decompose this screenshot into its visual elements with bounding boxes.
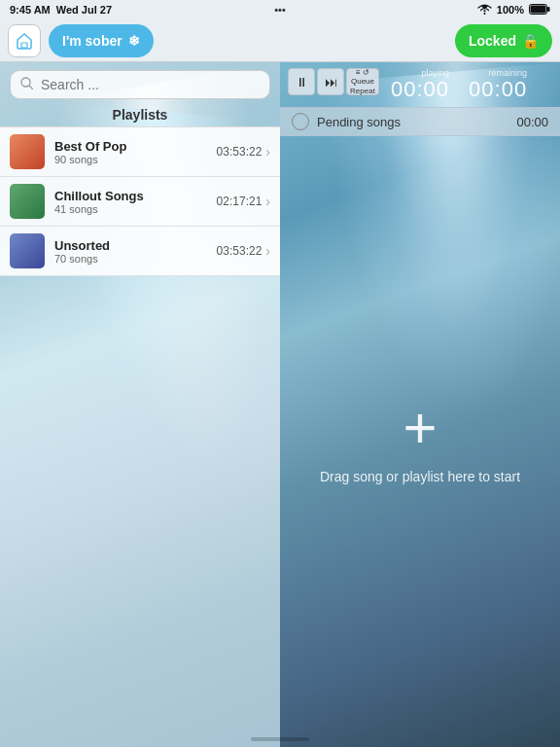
playlist-name-1: Best Of Pop xyxy=(54,139,217,154)
plus-icon: + xyxy=(402,399,437,457)
pending-circle-icon xyxy=(292,113,309,130)
playlist-item[interactable]: Chillout Songs 41 songs 02:17:21 › xyxy=(0,177,280,227)
playlist-duration-3: 03:53:22 xyxy=(217,244,262,258)
snowflake-icon: ❄ xyxy=(128,33,140,49)
playlist-thumb-2 xyxy=(10,184,45,219)
time-display: playing 00:00 remaining 00:00 xyxy=(391,68,552,101)
svg-rect-2 xyxy=(531,5,546,13)
pending-songs-header: Pending songs 00:00 xyxy=(280,107,560,136)
playlist-count-2: 41 songs xyxy=(54,203,217,215)
status-bar: 9:45 AM Wed Jul 27 ••• 100% xyxy=(0,0,560,19)
chevron-right-icon: › xyxy=(265,144,270,160)
battery-icon xyxy=(529,4,550,17)
next-icon: ⏭ xyxy=(325,75,337,89)
playlist-count-1: 90 songs xyxy=(54,154,217,165)
remaining-time-block: remaining 00:00 xyxy=(469,68,527,101)
chevron-right-icon: › xyxy=(265,194,270,209)
playlists-list: Best Of Pop 90 songs 03:53:22 › Chillout… xyxy=(0,126,280,276)
nav-bar: I'm sober ❄ Locked 🔒 xyxy=(0,19,560,62)
scroll-indicator xyxy=(251,737,309,741)
playlist-item[interactable]: Best Of Pop 90 songs 03:53:22 › xyxy=(0,127,280,177)
queue-button[interactable]: ≡ ↺ Queue Repeat xyxy=(346,68,379,95)
status-dots: ••• xyxy=(274,4,286,16)
status-date: Wed Jul 27 xyxy=(56,4,112,16)
right-panel: ⏸ ⏭ ≡ ↺ Queue Repeat playing 00:00 remai… xyxy=(280,62,560,747)
svg-point-0 xyxy=(483,13,485,15)
playlist-info-1: Best Of Pop 90 songs xyxy=(54,139,217,165)
chevron-right-icon: › xyxy=(265,243,270,259)
transport-bar: ⏸ ⏭ ≡ ↺ Queue Repeat playing 00:00 remai… xyxy=(280,62,560,107)
playlist-name-3: Unsorted xyxy=(54,238,217,253)
drop-zone: + Drag song or playlist here to start xyxy=(280,136,560,747)
sober-label: I'm sober xyxy=(62,33,122,49)
home-button[interactable] xyxy=(8,24,41,57)
left-panel: Playlists Best Of Pop 90 songs 03:53:22 … xyxy=(0,62,280,747)
search-box[interactable] xyxy=(10,70,270,99)
locked-button[interactable]: Locked 🔒 xyxy=(455,24,552,57)
pending-title: Pending songs xyxy=(317,115,401,129)
transport-controls: ⏸ ⏭ ≡ ↺ Queue Repeat xyxy=(288,68,379,95)
playlist-info-3: Unsorted 70 songs xyxy=(54,238,217,265)
pause-button[interactable]: ⏸ xyxy=(288,68,315,95)
svg-rect-3 xyxy=(547,7,550,12)
svg-line-6 xyxy=(29,86,33,89)
lock-icon: 🔒 xyxy=(522,33,539,49)
playlist-item[interactable]: Unsorted 70 songs 03:53:22 › xyxy=(0,227,280,276)
playlist-duration-1: 03:53:22 xyxy=(217,145,262,159)
queue-icon: ≡ ↺ Queue Repeat xyxy=(350,68,375,96)
svg-rect-4 xyxy=(21,43,27,48)
playing-time: 00:00 xyxy=(391,78,449,101)
playlist-count-3: 70 songs xyxy=(54,253,217,265)
locked-label: Locked xyxy=(469,33,516,49)
status-time: 9:45 AM xyxy=(10,4,51,16)
playlist-duration-2: 02:17:21 xyxy=(217,195,262,208)
remaining-time: 00:00 xyxy=(469,78,527,101)
search-input[interactable] xyxy=(37,77,260,92)
battery-text: 100% xyxy=(497,4,524,16)
playlists-header: Playlists xyxy=(0,103,280,126)
wifi-icon xyxy=(477,4,492,17)
sober-button[interactable]: I'm sober ❄ xyxy=(49,24,154,57)
search-icon xyxy=(20,77,33,92)
playlist-thumb-1 xyxy=(10,134,45,169)
playlist-info-2: Chillout Songs 41 songs xyxy=(54,189,217,215)
playlist-thumb-3 xyxy=(10,233,45,268)
status-right: 100% xyxy=(477,4,550,17)
pause-icon: ⏸ xyxy=(296,75,308,89)
drop-label: Drag song or playlist here to start xyxy=(320,469,520,484)
playlist-name-2: Chillout Songs xyxy=(54,189,217,203)
status-center: ••• xyxy=(274,4,286,16)
main-content: Playlists Best Of Pop 90 songs 03:53:22 … xyxy=(0,62,560,747)
playing-time-block: playing 00:00 xyxy=(391,68,449,101)
next-button[interactable]: ⏭ xyxy=(317,68,344,95)
pending-time: 00:00 xyxy=(516,115,548,129)
status-left: 9:45 AM Wed Jul 27 xyxy=(10,4,112,16)
